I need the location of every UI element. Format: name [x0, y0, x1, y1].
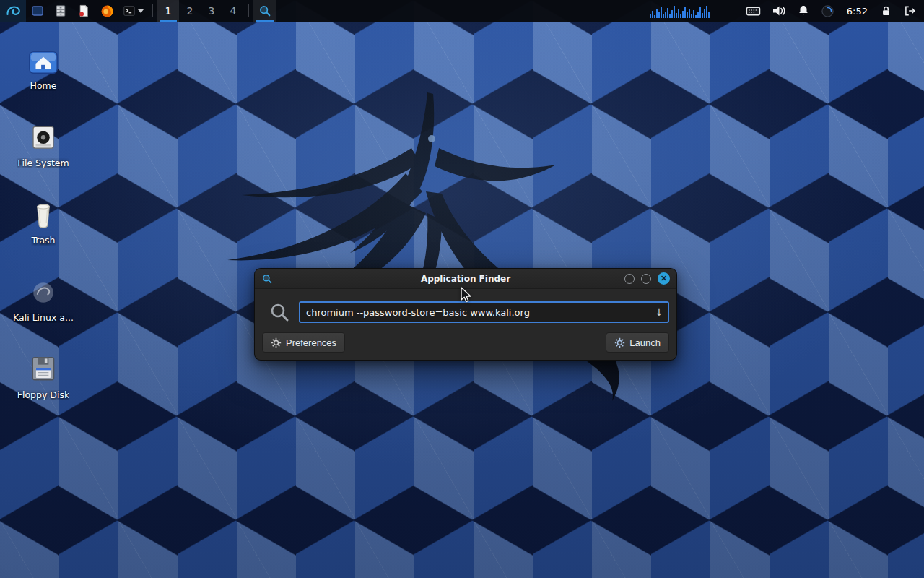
terminal-dropdown-caret[interactable]	[138, 9, 144, 13]
preferences-button[interactable]: Preferences	[262, 332, 345, 353]
window-app-icon	[261, 273, 273, 285]
chevron-down-icon: ↓	[655, 306, 663, 318]
search-icon	[269, 302, 289, 322]
logout-icon	[903, 4, 917, 17]
close-icon: ✕	[661, 275, 667, 282]
document-edit-icon	[77, 4, 90, 17]
volume-icon	[772, 4, 786, 17]
text-caret	[531, 306, 531, 318]
action-row: Preferences Launch	[262, 332, 669, 353]
top-panel: 1 2 3 4	[0, 0, 924, 22]
window-icon	[31, 4, 44, 17]
maximize-button[interactable]	[641, 274, 651, 284]
application-finder-window: Application Finder ✕ chromium --password…	[254, 268, 677, 361]
desktop-icon-label: File System	[17, 158, 69, 168]
home-icon	[27, 48, 60, 77]
desktop-icon-column: Home File System	[9, 39, 78, 426]
taskbar-application-finder[interactable]	[253, 0, 276, 22]
gear-icon	[271, 337, 282, 348]
desktop-icon-label: Floppy Disk	[17, 390, 69, 400]
workspace-button-2[interactable]: 2	[179, 0, 201, 22]
firefox-icon	[100, 4, 114, 18]
tray-keyboard[interactable]	[746, 0, 761, 22]
file-system-icon	[28, 124, 58, 154]
tray-volume[interactable]	[772, 0, 786, 22]
desktop-icon-label: Kali Linux a...	[13, 313, 74, 323]
titlebar[interactable]: Application Finder ✕	[255, 269, 676, 289]
command-input[interactable]: chromium --password-store=basic www.kali…	[299, 301, 669, 323]
floppy-disk-icon	[27, 354, 59, 386]
workspace-button-3[interactable]: 3	[201, 0, 222, 22]
close-button[interactable]: ✕	[658, 272, 670, 285]
tray-lock-screen[interactable]	[880, 0, 892, 22]
launch-icon	[614, 337, 625, 348]
window-controls: ✕	[624, 272, 670, 285]
workspace-switcher: 1 2 3 4	[157, 0, 244, 22]
desktop-icon-trash[interactable]: Trash	[9, 194, 78, 258]
power-manager-icon	[821, 4, 834, 18]
desktop-icon-floppy[interactable]: Floppy Disk	[9, 348, 78, 413]
kali-logo-icon	[5, 3, 21, 19]
tray-notifications[interactable]	[797, 0, 810, 22]
kali-docs-icon	[27, 277, 59, 309]
window-title: Application Finder	[255, 274, 676, 284]
workspace-button-1[interactable]: 1	[157, 0, 179, 22]
tray-power-manager[interactable]	[821, 0, 834, 22]
tray-logout[interactable]	[903, 0, 917, 22]
launcher-file-manager[interactable]	[49, 0, 72, 22]
panel-separator	[152, 4, 153, 17]
bell-icon	[797, 4, 810, 17]
desktop-icon-kali-docs[interactable]: Kali Linux a...	[9, 271, 78, 335]
panel-left-group: 1 2 3 4	[0, 0, 276, 22]
command-input-text: chromium --password-store=basic www.kali…	[306, 307, 530, 318]
input-history-dropdown[interactable]: ↓	[655, 303, 663, 322]
lock-icon	[880, 4, 892, 17]
launcher-window-manager[interactable]	[26, 0, 49, 22]
clock[interactable]: 6:52	[845, 6, 869, 17]
desktop-icon-home[interactable]: Home	[9, 39, 78, 103]
launch-button[interactable]: Launch	[606, 332, 669, 353]
search-icon	[258, 4, 271, 17]
launcher-terminal[interactable]	[118, 0, 148, 22]
cpu-graph[interactable]	[650, 4, 716, 18]
launcher-firefox[interactable]	[95, 0, 118, 22]
kali-menu-button[interactable]	[0, 0, 26, 22]
preferences-label: Preferences	[286, 337, 336, 348]
minimize-button[interactable]	[624, 274, 635, 284]
panel-separator	[248, 4, 249, 17]
launcher-text-editor[interactable]	[72, 0, 95, 22]
panel-right-group: 6:52	[650, 0, 924, 22]
launch-label: Launch	[629, 337, 661, 348]
kali-dragon-silhouette	[173, 79, 679, 412]
desktop-icon-label: Trash	[31, 236, 55, 246]
workspace-button-4[interactable]: 4	[222, 0, 244, 22]
desktop-icon-file-system[interactable]: File System	[9, 116, 78, 181]
finder-body: chromium --password-store=basic www.kali…	[255, 289, 676, 360]
terminal-icon	[123, 4, 136, 17]
search-row: chromium --password-store=basic www.kali…	[262, 301, 669, 323]
trash-icon	[27, 199, 59, 231]
keyboard-icon	[746, 4, 761, 17]
desktop-icon-label: Home	[30, 81, 57, 91]
file-cabinet-icon	[54, 4, 67, 17]
